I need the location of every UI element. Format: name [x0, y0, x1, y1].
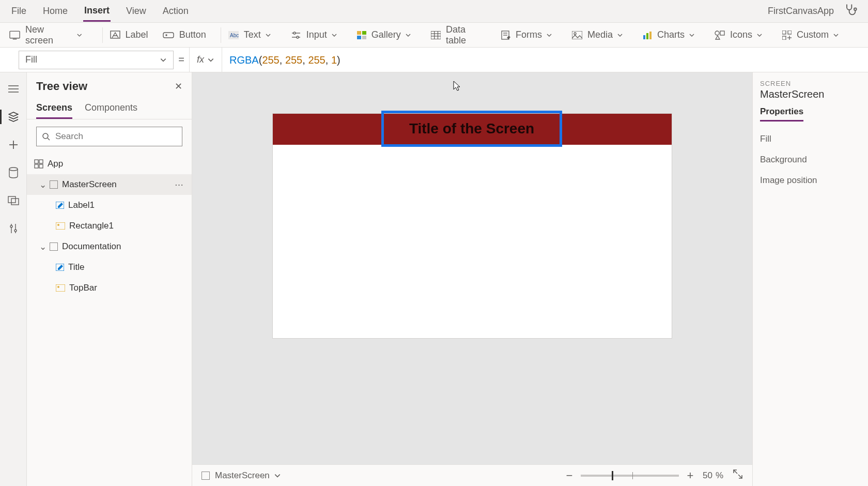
rail-data-icon[interactable] [4, 163, 23, 182]
equals-sign: = [174, 54, 189, 66]
property-selector[interactable]: Fill [19, 51, 174, 69]
formula-input[interactable]: RGBA(255, 255, 255, 1) [222, 54, 340, 66]
rectangle-icon [56, 284, 65, 292]
property-name: Fill [25, 54, 37, 65]
svg-rect-30 [720, 31, 724, 35]
search-input[interactable] [54, 131, 177, 142]
fullscreen-icon[interactable] [733, 469, 743, 482]
icons-dropdown[interactable]: Icons [715, 29, 768, 40]
svg-point-11 [297, 36, 299, 38]
tree-node-title[interactable]: Title [27, 257, 192, 278]
fx-button[interactable]: fx [189, 48, 222, 72]
icons-label: Icons [730, 29, 752, 40]
checkbox[interactable] [50, 180, 58, 189]
menu-action[interactable]: Action [162, 2, 190, 21]
tree-node-topbar[interactable]: TopBar [27, 278, 192, 298]
rail-media-icon[interactable] [4, 191, 23, 210]
zoom-thumb[interactable] [612, 471, 613, 480]
input-dropdown[interactable]: Input [291, 29, 343, 40]
rail-tools-icon[interactable] [4, 219, 23, 238]
canvas-title-text: Title of the Screen [409, 120, 534, 137]
svg-rect-51 [39, 164, 43, 168]
charts-label: Charts [657, 29, 685, 40]
menu-file[interactable]: File [10, 2, 27, 21]
more-icon[interactable]: ⋯ [175, 179, 183, 190]
zoom-control: − + 50 % [563, 469, 743, 482]
tree-node-rectangle1[interactable]: Rectangle1 [27, 216, 192, 236]
zoom-out-button[interactable]: − [563, 469, 576, 482]
svg-point-41 [9, 168, 18, 171]
collapse-icon[interactable]: ⌄ [38, 179, 48, 190]
svg-rect-31 [782, 31, 786, 34]
svg-point-0 [854, 8, 857, 11]
canvas[interactable]: Title of the Screen [192, 72, 752, 464]
menu-insert[interactable]: Insert [83, 1, 111, 22]
tree-node-label: App [48, 159, 63, 169]
app-name: FirstCanvasApp [768, 6, 834, 17]
svg-rect-27 [646, 33, 648, 39]
chevron-down-icon [546, 32, 552, 38]
tree-node-label: Documentation [62, 241, 121, 252]
rail-hamburger-icon[interactable] [4, 80, 23, 98]
tree-node-app[interactable]: App [27, 154, 192, 174]
svg-point-29 [715, 31, 719, 35]
tree-search[interactable] [36, 127, 182, 146]
svg-rect-12 [357, 31, 361, 35]
properties-tab[interactable]: Properties [760, 107, 803, 122]
close-icon[interactable]: ✕ [175, 81, 182, 92]
svg-line-47 [48, 138, 50, 140]
new-screen-button[interactable]: New screen [9, 24, 88, 46]
chevron-down-icon[interactable] [274, 472, 281, 479]
media-dropdown[interactable]: Media [572, 29, 628, 40]
button-button[interactable]: Button [163, 29, 206, 40]
tree-node-label: TopBar [69, 283, 97, 293]
chevron-down-icon [265, 32, 271, 38]
property-row-image-position[interactable]: Image position [760, 170, 868, 191]
canvas-title-selection[interactable]: Title of the Screen [381, 111, 562, 147]
menu-home[interactable]: Home [42, 2, 69, 21]
app-icon [34, 159, 43, 169]
svg-rect-28 [649, 32, 652, 39]
properties-kind-label: SCREEN [760, 80, 868, 87]
gallery-dropdown[interactable]: Gallery [357, 29, 416, 40]
collapse-icon[interactable]: ⌄ [38, 241, 48, 252]
status-checkbox[interactable] [202, 472, 210, 480]
charts-dropdown[interactable]: Charts [643, 29, 700, 40]
checkbox[interactable] [50, 242, 58, 251]
app-checker-icon[interactable] [843, 3, 858, 20]
tab-screens[interactable]: Screens [36, 98, 72, 119]
svg-point-10 [293, 32, 296, 34]
svg-rect-1 [10, 31, 20, 38]
gallery-label: Gallery [371, 29, 401, 40]
cursor-icon [453, 81, 460, 91]
search-icon [42, 132, 50, 141]
label-button[interactable]: Label [110, 29, 148, 40]
custom-label: Custom [797, 29, 829, 40]
rail-tree-view-icon[interactable] [4, 108, 23, 126]
media-label: Media [587, 29, 613, 40]
custom-dropdown[interactable]: Custom [782, 29, 844, 40]
forms-dropdown[interactable]: Forms [501, 29, 557, 40]
menu-view[interactable]: View [125, 2, 147, 21]
input-label: Input [306, 29, 327, 40]
data-table-button[interactable]: Data table [431, 24, 487, 46]
tree-node-label1[interactable]: Label1 [27, 195, 192, 216]
property-row-background[interactable]: Background [760, 149, 868, 170]
zoom-slider[interactable] [581, 475, 679, 477]
left-rail [0, 72, 27, 486]
property-row-fill[interactable]: Fill [760, 129, 868, 149]
svg-rect-14 [357, 36, 361, 39]
screen-preview[interactable]: Title of the Screen [273, 114, 672, 338]
chevron-down-icon [76, 32, 83, 38]
rail-insert-icon[interactable] [4, 135, 23, 154]
tree-node-masterscreen[interactable]: ⌄ MasterScreen ⋯ [27, 174, 192, 195]
chevron-down-icon [405, 32, 411, 38]
tab-components[interactable]: Components [85, 98, 137, 119]
text-dropdown[interactable]: Abc Text [228, 29, 276, 40]
text-label: Text [244, 29, 261, 40]
svg-rect-43 [11, 199, 19, 205]
tree-node-documentation[interactable]: ⌄ Documentation [27, 236, 192, 257]
svg-rect-33 [782, 36, 786, 40]
zoom-in-button[interactable]: + [684, 469, 696, 482]
status-screen-name[interactable]: MasterScreen [215, 470, 270, 481]
